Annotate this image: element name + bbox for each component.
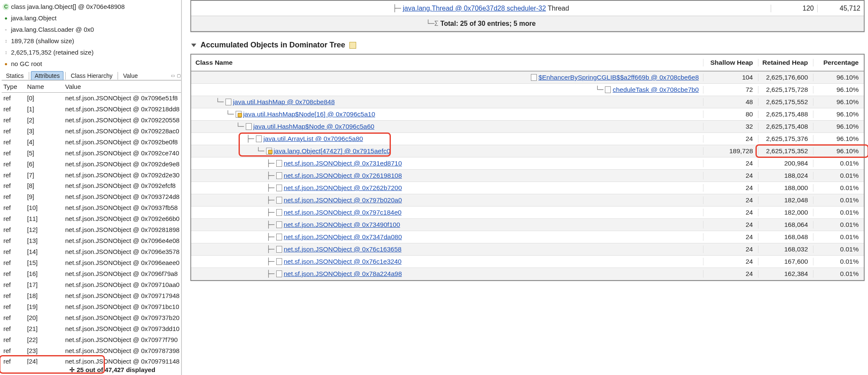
class-link[interactable]: java.util.HashMap$Node[16] @ 0x7096c5a10	[243, 110, 375, 118]
class-link[interactable]: java.lang.Object[47427] @ 0x7915aefc0	[274, 147, 390, 155]
class-link[interactable]: java.util.HashMap @ 0x708cbe848	[233, 98, 335, 106]
dominator-row[interactable]: ├─ net.sf.json.JSONObject @ 0x76c163658 …	[191, 243, 864, 256]
attribute-row[interactable]: ref[19]net.sf.json.JSONObject @ 0x70971b…	[2, 301, 181, 312]
dominator-row[interactable]: └─ java.util.HashMap$Node[16] @ 0x7096c5…	[191, 108, 864, 121]
dominator-row[interactable]: └─ java.util.HashMap @ 0x708cbe848 48 2,…	[191, 96, 864, 108]
tab-class-hierarchy[interactable]: Class Hierarchy	[67, 72, 116, 80]
tab-statics[interactable]: Statics	[3, 72, 27, 80]
display-count[interactable]: ✢ 25 out of 47,427 displayed	[2, 364, 181, 375]
row-percentage: 96.10%	[813, 135, 864, 143]
attribute-row[interactable]: ref[16]net.sf.json.JSONObject @ 0x7096f7…	[2, 268, 181, 279]
row-percentage: 96.10%	[813, 74, 864, 81]
dominator-row[interactable]: ├─ net.sf.json.JSONObject @ 0x7347da080 …	[191, 231, 864, 243]
row-retained: 2,625,175,376	[758, 135, 813, 143]
row-class-name: └─ java.lang.Object[47427] @ 0x7915aefc0	[191, 147, 703, 155]
attribute-row[interactable]: ref[11]net.sf.json.JSONObject @ 0x7092e6…	[2, 213, 181, 224]
col-shallow-heap[interactable]: Shallow Heap	[703, 59, 758, 66]
row-type: ref	[2, 159, 27, 170]
attribute-row[interactable]: ref[0]net.sf.json.JSONObject @ 0x7096e51…	[2, 93, 181, 104]
summary-row[interactable]: ├─ java.lang.Thread @ 0x706e37d28 schedu…	[191, 1, 864, 16]
attribute-row[interactable]: ref[14]net.sf.json.JSONObject @ 0x7096e3…	[2, 246, 181, 257]
attribute-row[interactable]: ref[15]net.sf.json.JSONObject @ 0x7096ea…	[2, 257, 181, 268]
attribute-row[interactable]: ref[18]net.sf.json.JSONObject @ 0x709717…	[2, 290, 181, 301]
attribute-row[interactable]: ref[20]net.sf.json.JSONObject @ 0x709737…	[2, 312, 181, 323]
class-link[interactable]: net.sf.json.JSONObject @ 0x726198108	[284, 172, 402, 179]
dominator-row[interactable]: └─ cheduleTask @ 0x708cbe7b0 72 2,625,17…	[191, 84, 864, 96]
class-link[interactable]: net.sf.json.JSONObject @ 0x76c1e3240	[284, 258, 402, 265]
class-link[interactable]: net.sf.json.JSONObject @ 0x731ed8710	[284, 160, 402, 167]
object-header: Cclass java.lang.Object[] @ 0x706e48908●…	[2, 0, 181, 69]
attribute-row[interactable]: ref[17]net.sf.json.JSONObject @ 0x709710…	[2, 279, 181, 290]
class-link[interactable]: net.sf.json.JSONObject @ 0x7262b7200	[284, 184, 402, 192]
tab-attributes[interactable]: Attributes	[31, 71, 63, 80]
class-link[interactable]: net.sf.json.JSONObject @ 0x797c184e0	[284, 209, 402, 216]
col-name[interactable]: Name	[27, 81, 65, 92]
dominator-row[interactable]: ├─ net.sf.json.JSONObject @ 0x731ed8710 …	[191, 157, 864, 170]
dominator-row[interactable]: └─ java.lang.Object[47427] @ 0x7915aefc0…	[191, 145, 864, 157]
attribute-row[interactable]: ref[22]net.sf.json.JSONObject @ 0x70977f…	[2, 334, 181, 345]
attribute-row[interactable]: ref[8]net.sf.json.JSONObject @ 0x7092efc…	[2, 180, 181, 191]
collapse-icon[interactable]	[191, 44, 196, 47]
col-class-name[interactable]: Class Name	[191, 59, 703, 66]
dominator-row[interactable]: ├─ net.sf.json.JSONObject @ 0x726198108 …	[191, 170, 864, 182]
row-class-name: ├─ net.sf.json.JSONObject @ 0x7347da080	[191, 233, 703, 241]
class-link[interactable]: java.util.ArrayList @ 0x7096c5a80	[264, 135, 363, 143]
row-value: net.sf.json.JSONObject @ 0x709717948	[65, 290, 181, 301]
attribute-row[interactable]: ref[5]net.sf.json.JSONObject @ 0x7092ce7…	[2, 148, 181, 159]
col-value[interactable]: Value	[65, 81, 181, 92]
row-class-name: └─ java.util.HashMap$Node @ 0x7096c5a60	[191, 123, 703, 130]
dominator-row[interactable]: └─ java.util.HashMap$Node @ 0x7096c5a60 …	[191, 121, 864, 133]
attribute-row[interactable]: ref[7]net.sf.json.JSONObject @ 0x7092d2e…	[2, 170, 181, 181]
dominator-row[interactable]: ├─ net.sf.json.JSONObject @ 0x76c1e3240 …	[191, 256, 864, 268]
class-link[interactable]: net.sf.json.JSONObject @ 0x76c163658	[284, 245, 402, 253]
row-shallow: 189,728	[703, 147, 758, 155]
class-link[interactable]: net.sf.json.JSONObject @ 0x7347da080	[284, 233, 402, 241]
header-text: no GC root	[11, 58, 42, 69]
class-link[interactable]: cheduleTask @ 0x708cbe7b0	[613, 86, 699, 94]
attribute-row[interactable]: ref[21]net.sf.json.JSONObject @ 0x70973d…	[2, 323, 181, 334]
panel-controls-icon[interactable]: ▭ ▢	[171, 73, 181, 78]
row-retained: 168,032	[758, 245, 813, 253]
attribute-row[interactable]: ref[4]net.sf.json.JSONObject @ 0x7092be0…	[2, 137, 181, 148]
dominator-columns: Class Name Shallow Heap Retained Heap Pe…	[191, 55, 864, 72]
col-percentage[interactable]: Percentage	[813, 59, 864, 66]
dominator-row[interactable]: ├─ net.sf.json.JSONObject @ 0x78a224a98 …	[191, 268, 864, 280]
row-name: [18]	[27, 290, 65, 301]
col-retained-heap[interactable]: Retained Heap	[758, 59, 813, 66]
row-value: net.sf.json.JSONObject @ 0x7096eaee0	[65, 257, 181, 268]
attribute-row[interactable]: ref[12]net.sf.json.JSONObject @ 0x709281…	[2, 224, 181, 235]
class-link[interactable]: net.sf.json.JSONObject @ 0x78a224a98	[284, 270, 402, 278]
class-link[interactable]: net.sf.json.JSONObject @ 0x797b020a0	[284, 196, 402, 204]
attribute-row[interactable]: ref[2]net.sf.json.JSONObject @ 0x7092205…	[2, 115, 181, 126]
row-class-name: └─ java.util.HashMap @ 0x708cbe848	[191, 98, 703, 106]
attribute-row[interactable]: ref[24]net.sf.json.JSONObject @ 0x709791…	[2, 356, 181, 364]
class-link[interactable]: net.sf.json.JSONObject @ 0x73490f100	[284, 221, 400, 229]
class-link[interactable]: java.util.HashMap$Node @ 0x7096c5a60	[253, 123, 374, 130]
dominator-row[interactable]: ├─ net.sf.json.JSONObject @ 0x797c184e0 …	[191, 207, 864, 219]
attribute-row[interactable]: ref[23]net.sf.json.JSONObject @ 0x709787…	[2, 345, 181, 356]
object-link[interactable]: java.lang.Thread @ 0x706e37d28 scheduler…	[403, 5, 546, 12]
section-help-icon[interactable]	[349, 42, 356, 49]
attribute-row[interactable]: ref[3]net.sf.json.JSONObject @ 0x709228a…	[2, 126, 181, 137]
class-link[interactable]: $EnhancerBySpringCGLIB$$a2ff669b @ 0x708…	[538, 74, 699, 81]
row-class-name: ├─ net.sf.json.JSONObject @ 0x73490f100	[191, 221, 703, 229]
section-title: Accumulated Objects in Dominator Tree	[201, 41, 345, 50]
row-type: ref	[2, 126, 27, 137]
summary-row[interactable]: └─Σ Total: 25 of 30 entries; 5 more	[191, 16, 864, 31]
dominator-row[interactable]: ├─ java.util.ArrayList @ 0x7096c5a80 24 …	[191, 133, 864, 145]
dominator-row[interactable]: ├─ net.sf.json.JSONObject @ 0x797b020a0 …	[191, 194, 864, 207]
row-retained: 188,024	[758, 172, 813, 179]
attribute-row[interactable]: ref[13]net.sf.json.JSONObject @ 0x7096e4…	[2, 235, 181, 246]
col-type[interactable]: Type	[2, 81, 27, 92]
dominator-row[interactable]: $EnhancerBySpringCGLIB$$a2ff669b @ 0x708…	[191, 72, 864, 84]
dominator-row[interactable]: ├─ net.sf.json.JSONObject @ 0x73490f100 …	[191, 219, 864, 231]
attribute-row[interactable]: ref[9]net.sf.json.JSONObject @ 0x7093724…	[2, 191, 181, 202]
row-name: [8]	[27, 180, 65, 191]
tab-value[interactable]: Value	[120, 72, 141, 80]
dominator-row[interactable]: ├─ net.sf.json.JSONObject @ 0x7262b7200 …	[191, 182, 864, 194]
attributes-columns: Type Name Value	[2, 80, 181, 93]
attribute-row[interactable]: ref[10]net.sf.json.JSONObject @ 0x70937f…	[2, 202, 181, 213]
row-percentage: 0.01%	[813, 184, 864, 192]
attribute-row[interactable]: ref[1]net.sf.json.JSONObject @ 0x709218d…	[2, 104, 181, 115]
attribute-row[interactable]: ref[6]net.sf.json.JSONObject @ 0x7092de9…	[2, 159, 181, 170]
